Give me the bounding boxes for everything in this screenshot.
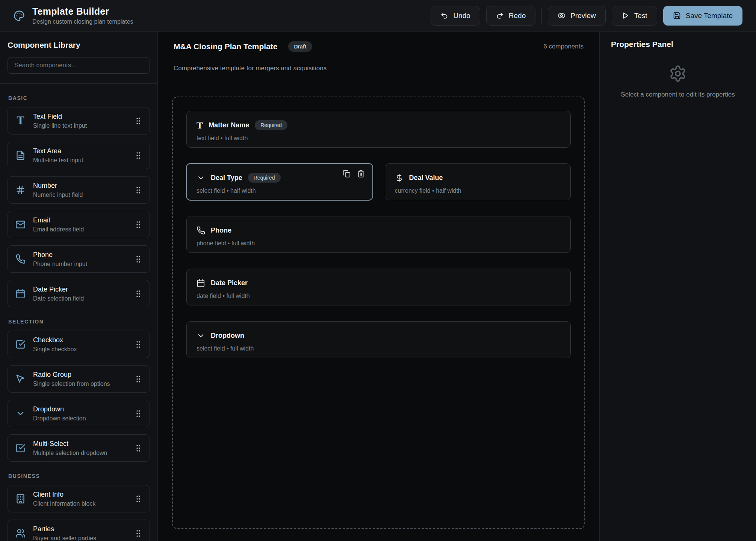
component-meta: text field • full width xyxy=(197,134,561,142)
template-title: M&A Closing Plan Template xyxy=(174,42,278,51)
status-badge: Draft xyxy=(288,41,313,52)
library-item-subtitle: Single line text input xyxy=(33,122,87,129)
library-item-title: Checkbox xyxy=(33,336,77,344)
drag-handle-icon[interactable] xyxy=(134,116,143,126)
component-meta: select field • half width xyxy=(197,187,363,195)
drag-handle-icon[interactable] xyxy=(134,185,143,195)
library-item-text: Text Area Multi-line text input xyxy=(33,147,83,164)
duplicate-component-button[interactable] xyxy=(343,170,351,178)
library-item-checkbox[interactable]: Checkbox Single checkbox xyxy=(8,331,150,358)
library-item-text-area[interactable]: Text Area Multi-line text input xyxy=(8,142,150,169)
library-item-title: Parties xyxy=(33,525,96,533)
hash-icon xyxy=(15,185,26,195)
canvas-component-deal-type[interactable]: Deal Type Required select field • half w… xyxy=(186,163,373,200)
component-actions xyxy=(343,170,365,178)
app-titles: Template Builder Design custom closing p… xyxy=(32,6,133,25)
library-item-phone[interactable]: Phone Phone number input xyxy=(8,245,150,273)
library-item-subtitle: Single selection from options xyxy=(33,381,110,387)
redo-label: Redo xyxy=(509,12,526,20)
library-item-text-field[interactable]: Text Field Single line text input xyxy=(8,107,150,134)
delete-component-button[interactable] xyxy=(357,170,365,178)
library-item-multi-select[interactable]: Multi-Select Multiple selection dropdown xyxy=(8,434,150,462)
library-item-title: Date Picker xyxy=(33,286,84,293)
template-canvas: M&A Closing Plan Template Draft 6 compon… xyxy=(158,32,599,541)
properties-panel: Properties Panel Select a component to e… xyxy=(599,32,756,541)
canvas-component-deal-value[interactable]: Deal Value currency field • half width xyxy=(385,163,571,200)
gear-icon xyxy=(669,65,687,83)
save-template-button[interactable]: Save Template xyxy=(663,6,742,26)
library-item-parties[interactable]: Parties Buyer and seller parties xyxy=(8,520,150,541)
chevron-down-icon xyxy=(197,174,205,182)
library-item-title: Email xyxy=(33,216,84,224)
drag-handle-icon[interactable] xyxy=(134,494,143,504)
eye-icon xyxy=(558,12,565,20)
section-label-selection: SELECTION xyxy=(8,319,149,325)
redo-button[interactable]: Redo xyxy=(486,6,535,26)
library-item-number[interactable]: Number Numeric input field xyxy=(8,176,150,204)
library-item-client-info[interactable]: Client Info Client information block xyxy=(8,485,150,512)
library-item-email[interactable]: Email Email address field xyxy=(8,211,150,238)
component-dropzone[interactable]: Matter Name Required text field • full w… xyxy=(172,97,585,529)
library-item-subtitle: Buyer and seller parties xyxy=(33,535,96,541)
test-button[interactable]: Test xyxy=(612,6,657,26)
canvas-component-matter-name[interactable]: Matter Name Required text field • full w… xyxy=(186,111,571,148)
search-input[interactable] xyxy=(8,57,150,74)
component-header: Date Picker xyxy=(197,278,561,288)
library-item-subtitle: Client information block xyxy=(33,500,95,507)
undo-button[interactable]: Undo xyxy=(431,6,480,26)
library-item-radio-group[interactable]: Radio Group Single selection from option… xyxy=(8,365,150,393)
library-item-text: Phone Phone number input xyxy=(33,251,87,267)
component-meta: select field • full width xyxy=(197,345,561,352)
save-template-label: Save Template xyxy=(686,12,733,20)
calendar-icon xyxy=(197,279,205,287)
component-count: 6 components xyxy=(543,43,584,50)
undo-label: Undo xyxy=(453,12,470,20)
palette-icon xyxy=(14,10,25,21)
drag-handle-icon[interactable] xyxy=(134,409,143,419)
drag-handle-icon[interactable] xyxy=(134,443,143,453)
library-item-title: Multi-Select xyxy=(33,440,107,448)
header-actions: Undo Redo Preview Test Save Template xyxy=(431,6,742,26)
library-item-subtitle: Phone number input xyxy=(33,261,87,267)
drag-handle-icon[interactable] xyxy=(134,340,143,349)
canvas-component-phone[interactable]: Phone phone field • full width xyxy=(186,216,571,253)
play-icon xyxy=(621,12,629,20)
library-item-date-picker[interactable]: Date Picker Date selection field xyxy=(8,280,150,307)
trash-icon xyxy=(357,170,365,178)
drag-handle-icon[interactable] xyxy=(134,220,143,230)
sidebar-title: Component Library xyxy=(8,41,150,50)
drag-handle-icon[interactable] xyxy=(134,254,143,264)
drag-handle-icon[interactable] xyxy=(134,374,143,384)
canvas-header: M&A Closing Plan Template Draft 6 compon… xyxy=(158,32,599,83)
drag-handle-icon[interactable] xyxy=(134,529,143,538)
component-meta: date field • full width xyxy=(197,292,561,300)
section-label-basic: BASIC xyxy=(8,95,149,101)
template-builder-app: Template Builder Design custom closing p… xyxy=(0,0,756,541)
component-title: Deal Type xyxy=(211,174,242,182)
preview-button[interactable]: Preview xyxy=(548,6,606,26)
canvas-component-dropdown[interactable]: Dropdown select field • full width xyxy=(186,321,571,358)
test-label: Test xyxy=(634,12,647,20)
check-square-icon xyxy=(15,443,26,453)
canvas-component-date-picker[interactable]: Date Picker date field • full width xyxy=(186,269,571,305)
calendar-icon xyxy=(15,289,26,299)
library-item-text: Client Info Client information block xyxy=(33,491,95,507)
library-item-title: Client Info xyxy=(33,491,95,499)
type-icon xyxy=(197,121,203,130)
library-item-subtitle: Dropdown selection xyxy=(33,415,86,422)
component-row: Deal Type Required select field • half w… xyxy=(186,163,571,200)
drag-handle-icon[interactable] xyxy=(134,151,143,160)
library-item-title: Text Area xyxy=(33,147,83,155)
drag-handle-icon[interactable] xyxy=(134,289,143,299)
library-item-subtitle: Multi-line text input xyxy=(33,157,83,164)
library-item-title: Phone xyxy=(33,251,87,259)
mouse-pointer-icon xyxy=(15,374,26,384)
required-badge: Required xyxy=(248,173,281,183)
canvas-title-row: M&A Closing Plan Template Draft 6 compon… xyxy=(174,41,584,52)
library-item-title: Number xyxy=(33,182,83,190)
component-header: Phone xyxy=(197,225,561,235)
app-title: Template Builder xyxy=(32,6,133,17)
app-header: Template Builder Design custom closing p… xyxy=(0,0,756,32)
main-body: Component Library BASIC Text Field Singl… xyxy=(0,32,756,541)
library-item-dropdown[interactable]: Dropdown Dropdown selection xyxy=(8,400,150,427)
